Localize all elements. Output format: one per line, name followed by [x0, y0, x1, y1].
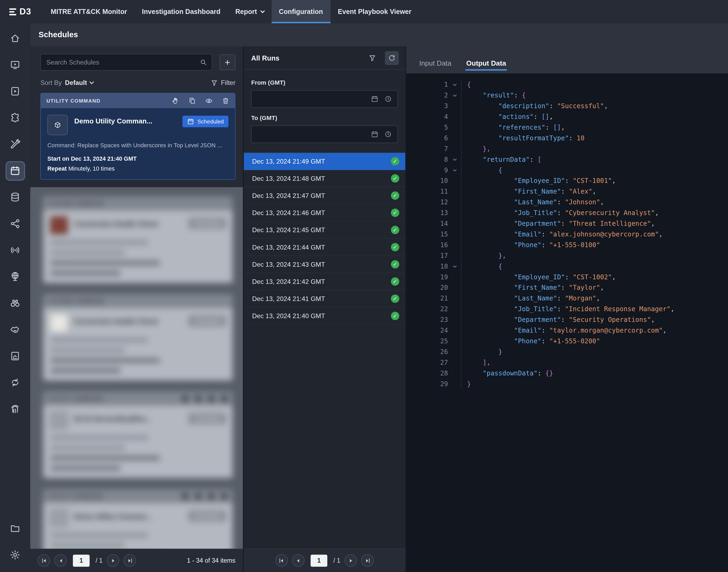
- code-content: "Department": "Security Operations",: [461, 314, 655, 325]
- run-item[interactable]: Dec 13, 2024 21:44 GMT✓: [244, 239, 405, 256]
- sidebar-item-tools[interactable]: [0, 131, 30, 157]
- to-date-input[interactable]: [251, 125, 398, 143]
- sort-dropdown[interactable]: Default: [65, 79, 94, 86]
- page-last-button[interactable]: [124, 554, 136, 567]
- run-time: Dec 13, 2024 21:42 GMT: [252, 278, 325, 285]
- nav-item-label: Investigation Dashboard: [142, 8, 221, 15]
- blurred-schedule-card[interactable]: SYSTEM COMMANDConnection Health CheckSch…: [43, 197, 233, 283]
- sidebar-item-database[interactable]: [0, 184, 30, 211]
- sidebar-item-fingerprint[interactable]: [0, 396, 30, 422]
- run-item[interactable]: Dec 13, 2024 21:45 GMT✓: [244, 221, 405, 238]
- line-number: 11: [406, 187, 448, 197]
- runs-filter-button[interactable]: [365, 51, 379, 65]
- blurred-schedule-card[interactable]: UTILITY COMMANDDemo Utility Comman...Sch…: [43, 489, 233, 549]
- code-line: 22 "Job_Title": "Incident Response Manag…: [406, 304, 728, 314]
- from-date-input[interactable]: [251, 90, 398, 108]
- run-item[interactable]: Dec 13, 2024 21:46 GMT✓: [244, 204, 405, 221]
- code-content: "result": {: [461, 90, 526, 101]
- blurred-schedule-card[interactable]: SYSTEM COMMANDConnection Health CheckSch…: [43, 294, 233, 380]
- code-content: "Email": "taylor.morgan@cybercorp.com",: [461, 325, 667, 336]
- collapse-toggle-icon[interactable]: [448, 79, 461, 90]
- page-first-button[interactable]: [38, 554, 50, 567]
- schedules-toolbar: + Sort By Default Filter UTILITY COM: [30, 46, 243, 180]
- sidebar-item-handshake[interactable]: [0, 316, 30, 343]
- code-line: 17 },: [406, 251, 728, 261]
- sidebar-item-gear[interactable]: [0, 542, 30, 568]
- search-icon[interactable]: [200, 59, 207, 66]
- add-schedule-button[interactable]: +: [220, 54, 236, 70]
- collapse-toggle-icon[interactable]: [448, 261, 461, 272]
- code-line: 16 "Phone": "+1-555-0100": [406, 240, 728, 251]
- sidebar-item-share-network[interactable]: [0, 211, 30, 237]
- page-next-button[interactable]: [344, 554, 357, 567]
- code-content: ],: [461, 357, 491, 368]
- current-page[interactable]: 1: [311, 554, 327, 566]
- current-page[interactable]: 1: [73, 554, 89, 566]
- sidebar-item-monitor-play[interactable]: [0, 52, 30, 78]
- run-item[interactable]: Dec 13, 2024 21:42 GMT✓: [244, 273, 405, 290]
- run-item[interactable]: Dec 13, 2024 21:43 GMT✓: [244, 256, 405, 273]
- page-next-button[interactable]: [107, 554, 119, 567]
- page-first-button[interactable]: [275, 554, 288, 567]
- code-content: "Department": "Threat Intelligence",: [461, 218, 655, 229]
- line-number: 12: [406, 197, 448, 208]
- tab-input-data[interactable]: Input Data: [418, 59, 452, 73]
- success-check-icon: ✓: [391, 277, 399, 286]
- code-line: 6 "resultFormatType": 10: [406, 133, 728, 144]
- d3-logo[interactable]: D3: [0, 0, 41, 23]
- home-icon: [6, 29, 24, 48]
- schedule-card[interactable]: UTILITY COMMAND Demo Utility Comman...: [41, 93, 236, 180]
- runs-refresh-button[interactable]: [385, 51, 399, 65]
- run-time: Dec 13, 2024 21:48 GMT: [252, 174, 325, 182]
- copy-schedule-button[interactable]: [188, 97, 196, 105]
- clock-icon[interactable]: [384, 130, 392, 138]
- nav-item-investigation-dashboard[interactable]: Investigation Dashboard: [134, 0, 228, 23]
- manual-run-button[interactable]: [172, 97, 179, 105]
- code-line: 15 "Email": "alex.johnson@cybercorp.com"…: [406, 229, 728, 240]
- from-gmt-label: From (GMT): [251, 79, 398, 86]
- nav-item-configuration[interactable]: Configuration: [271, 0, 330, 23]
- clock-icon[interactable]: [384, 95, 392, 103]
- sidebar-item-approval-doc[interactable]: [0, 343, 30, 369]
- approval-doc-icon: [6, 347, 24, 365]
- run-item[interactable]: Dec 13, 2024 21:41 GMT✓: [244, 290, 405, 307]
- sidebar-item-folder[interactable]: [0, 515, 30, 542]
- filter-button[interactable]: Filter: [211, 79, 235, 86]
- sidebar-item-broadcast[interactable]: [0, 237, 30, 264]
- calendar-icon[interactable]: [371, 95, 379, 103]
- page-prev-button[interactable]: [292, 554, 305, 567]
- runs-filters: From (GMT) To (GMT): [244, 70, 405, 153]
- view-schedule-button[interactable]: [205, 97, 213, 105]
- calendar-icon[interactable]: [371, 130, 379, 138]
- sidebar-item-home[interactable]: [0, 25, 30, 52]
- search-input[interactable]: [46, 59, 196, 66]
- sidebar-item-puzzle[interactable]: [0, 104, 30, 131]
- nav-item-report[interactable]: Report: [228, 0, 271, 23]
- collapse-toggle-icon[interactable]: [448, 90, 461, 101]
- run-time: Dec 13, 2024 21:40 GMT: [252, 312, 325, 320]
- page-last-button[interactable]: [361, 554, 374, 567]
- code-line: 8 "returnData": [: [406, 154, 728, 165]
- sidebar-item-sync[interactable]: [0, 369, 30, 396]
- run-item[interactable]: Dec 13, 2024 21:49 GMT✓: [244, 153, 405, 170]
- blurred-schedule-card[interactable]: UTILITY COMMANDD3 AI ServiceNowRes...Sch…: [43, 391, 233, 478]
- tab-output-data[interactable]: Output Data: [466, 59, 507, 73]
- collapse-toggle-icon[interactable]: [448, 165, 461, 176]
- sidebar-item-globe[interactable]: [0, 264, 30, 290]
- run-item[interactable]: Dec 13, 2024 21:47 GMT✓: [244, 187, 405, 204]
- collapse-toggle-icon[interactable]: [448, 154, 461, 165]
- nav-item-event-playbook-viewer[interactable]: Event Playbook Viewer: [330, 0, 419, 23]
- sidebar-item-command-play[interactable]: [0, 78, 30, 104]
- delete-schedule-button[interactable]: [222, 97, 229, 105]
- sidebar-item-calendar[interactable]: [0, 157, 30, 184]
- line-number: 14: [406, 218, 448, 229]
- sidebar-item-binoculars[interactable]: [0, 290, 30, 316]
- data-tabs: Input DataOutput Data: [406, 46, 728, 73]
- page-prev-button[interactable]: [54, 554, 67, 567]
- run-item[interactable]: Dec 13, 2024 21:48 GMT✓: [244, 170, 405, 187]
- handshake-icon: [6, 320, 24, 339]
- nav-item-mitre-att-ck-monitor[interactable]: MITRE ATT&CK Monitor: [44, 0, 135, 23]
- run-item[interactable]: Dec 13, 2024 21:40 GMT✓: [244, 307, 405, 325]
- items-summary: 1 - 34 of 34 items: [187, 557, 236, 564]
- schedule-type-label: UTILITY COMMAND: [46, 98, 100, 103]
